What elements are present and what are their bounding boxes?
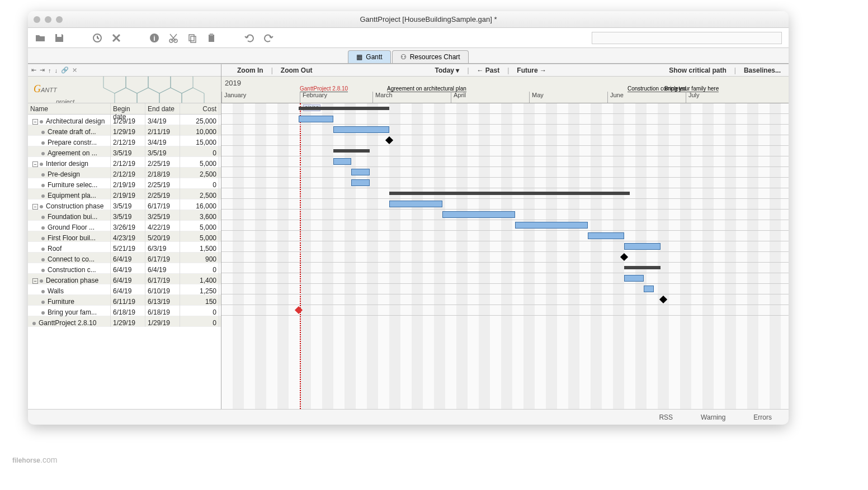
task-cost: 25,000	[180, 115, 219, 125]
search-input[interactable]	[592, 32, 782, 44]
save-icon[interactable]	[54, 32, 65, 44]
task-row[interactable]: −Interior design2/12/192/25/195,000	[28, 157, 221, 168]
task-list[interactable]: −Architectural design1/29/193/4/1925,000…	[28, 115, 221, 409]
task-bar[interactable]	[299, 107, 389, 110]
col-name[interactable]: Name	[28, 103, 111, 114]
task-row[interactable]: −Construction phase3/5/196/17/1916,000	[28, 199, 221, 210]
task-row[interactable]: Create draft of...1/29/192/11/1910,000	[28, 125, 221, 136]
tab-resources[interactable]: ⚇Resources Chart	[392, 50, 469, 63]
unlink-icon[interactable]: ⤫	[72, 66, 77, 74]
task-dot-icon	[40, 163, 43, 166]
maximize-icon[interactable]	[56, 16, 63, 23]
task-end: 2/18/19	[145, 168, 180, 178]
outdent-icon[interactable]: ⇤	[31, 66, 36, 74]
task-row[interactable]: −Decoration phase6/4/196/17/191,400	[28, 274, 221, 284]
task-row[interactable]: −Architectural design1/29/193/4/1925,000	[28, 115, 221, 125]
task-bar[interactable]	[624, 243, 661, 250]
task-row[interactable]: Foundation bui...3/5/193/25/193,600	[28, 210, 221, 221]
delete-icon[interactable]	[111, 32, 122, 44]
task-name: Agreement on ...	[48, 149, 97, 157]
task-dot-icon	[40, 205, 43, 208]
task-row[interactable]: Ground Floor ...3/26/194/22/195,000	[28, 221, 221, 231]
task-row[interactable]: Agreement on ...3/5/193/5/190	[28, 146, 221, 157]
task-row[interactable]: First Floor buil...4/23/195/20/195,000	[28, 231, 221, 242]
task-begin: 3/5/19	[111, 146, 145, 157]
paste-icon[interactable]	[206, 32, 217, 44]
zoomout-button[interactable]: Zoom Out	[273, 66, 320, 74]
zoomin-button[interactable]: Zoom In	[229, 66, 271, 74]
cut-icon[interactable]	[168, 32, 179, 44]
col-begin[interactable]: Begin date	[111, 103, 145, 114]
task-row[interactable]: Pre-design2/12/192/18/192,500	[28, 168, 221, 178]
task-end: 6/4/19	[145, 263, 180, 274]
tab-gantt[interactable]: ▦Gantt	[348, 50, 390, 63]
future-button[interactable]: Future →	[509, 66, 554, 74]
month-label: February	[300, 92, 372, 103]
task-bar[interactable]	[333, 149, 370, 153]
minimize-icon[interactable]	[45, 16, 51, 23]
past-button[interactable]: ← Past	[469, 66, 508, 74]
open-icon[interactable]	[35, 32, 46, 44]
task-row[interactable]: Construction c...6/4/196/4/190	[28, 263, 221, 274]
undo-icon[interactable]	[244, 32, 255, 44]
task-row[interactable]: Connect to co...6/4/196/17/19900	[28, 253, 221, 263]
task-bar[interactable]	[624, 275, 644, 282]
task-end: 3/4/19	[145, 136, 180, 146]
gantt-grid[interactable]: 2/1/19	[221, 103, 789, 409]
info-icon[interactable]: i	[149, 32, 160, 44]
history-icon[interactable]	[92, 32, 103, 44]
task-row[interactable]: Equipment pla...2/19/192/25/192,500	[28, 189, 221, 199]
main-toolbar: i	[28, 28, 789, 48]
month-label: January	[221, 92, 300, 103]
task-bar[interactable]	[442, 211, 515, 218]
errors-link[interactable]: Errors	[753, 413, 772, 421]
collapse-toggle[interactable]: −	[32, 204, 38, 210]
task-row[interactable]: Furniture6/11/196/13/19150	[28, 295, 221, 306]
task-bar[interactable]	[588, 232, 624, 239]
svg-rect-6	[191, 36, 196, 42]
close-icon[interactable]	[34, 16, 40, 23]
task-bar[interactable]	[644, 286, 654, 292]
window-controls	[34, 16, 63, 23]
svg-marker-11	[148, 77, 171, 93]
collapse-toggle[interactable]: −	[32, 119, 38, 125]
task-bar[interactable]	[351, 179, 370, 186]
task-cost: 0	[180, 306, 219, 316]
task-name: Ground Floor ...	[48, 223, 95, 231]
copy-icon[interactable]	[187, 32, 198, 44]
task-row[interactable]: Bring your fam...6/18/196/18/190	[28, 306, 221, 316]
today-button[interactable]: Today	[427, 66, 468, 74]
task-bar[interactable]	[299, 116, 333, 122]
task-bar[interactable]	[351, 169, 370, 175]
task-bar[interactable]	[515, 222, 588, 229]
task-row[interactable]: GanttProject 2.8.101/29/191/29/190	[28, 316, 221, 327]
svg-marker-16	[182, 88, 204, 103]
task-row[interactable]: Roof5/21/196/3/191,500	[28, 242, 221, 253]
rss-link[interactable]: RSS	[659, 413, 673, 421]
task-dot-icon	[41, 237, 45, 240]
warning-link[interactable]: Warning	[701, 413, 725, 421]
col-end[interactable]: End date	[145, 103, 180, 114]
movedown-icon[interactable]: ↓	[55, 67, 58, 74]
task-bar[interactable]	[333, 158, 351, 165]
redo-icon[interactable]	[263, 32, 274, 44]
task-name: Interior design	[46, 160, 88, 168]
task-dot-icon	[41, 248, 45, 251]
link-icon[interactable]: 🔗	[61, 66, 69, 74]
collapse-toggle[interactable]: −	[32, 161, 38, 167]
indent-icon[interactable]: ⇥	[40, 66, 45, 74]
task-row[interactable]: Prepare constr...2/12/193/4/1915,000	[28, 136, 221, 146]
task-row[interactable]: Furniture selec...2/19/192/25/190	[28, 178, 221, 189]
task-bar[interactable]	[389, 192, 630, 195]
task-row[interactable]: Walls6/4/196/10/191,250	[28, 284, 221, 295]
col-cost[interactable]: Cost	[180, 103, 219, 114]
moveup-icon[interactable]: ↑	[48, 67, 51, 74]
task-bar[interactable]	[624, 266, 661, 269]
watermark: filehorse.com	[12, 449, 57, 467]
task-bar[interactable]	[333, 126, 389, 133]
collapse-toggle[interactable]: −	[32, 278, 38, 284]
task-bar[interactable]	[389, 201, 442, 207]
critical-path-button[interactable]: Show critical path	[661, 66, 734, 74]
task-dot-icon	[41, 226, 45, 230]
baselines-button[interactable]: Baselines...	[736, 66, 789, 74]
